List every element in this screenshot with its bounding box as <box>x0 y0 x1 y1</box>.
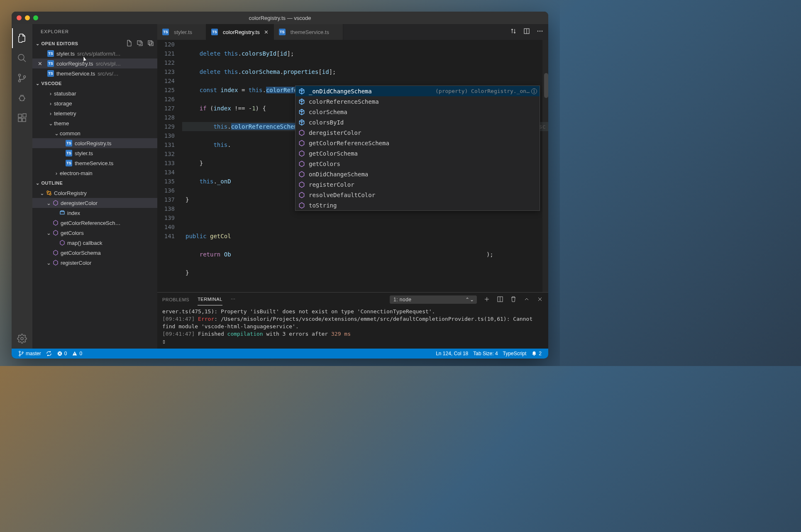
outline-title: OUTLINE <box>42 181 63 185</box>
terminal-selector[interactable]: 1: node ⌃⌄ <box>390 295 477 304</box>
traffic-lights <box>17 15 38 20</box>
method-icon <box>52 249 59 256</box>
close-tab-icon[interactable]: ✕ <box>264 29 269 35</box>
more-actions-icon[interactable] <box>537 28 543 36</box>
typescript-icon: TS <box>47 50 54 57</box>
outline-item[interactable]: ⌄ColorRegistry <box>32 188 157 198</box>
open-editor-item[interactable]: ✕TScolorRegistry.tssrc/vs/pl… <box>32 59 157 68</box>
panel-tabs: PROBLEMS TERMINAL ⋯ 1: node ⌃⌄ <box>157 293 548 306</box>
status-notifications[interactable]: 2 <box>529 351 544 356</box>
prop-icon <box>298 98 305 105</box>
outline-item[interactable]: ⌄deregisterColor <box>32 198 157 208</box>
workspace-header[interactable]: ⌄ VSCODE <box>32 78 157 88</box>
kill-terminal-icon[interactable] <box>510 296 517 303</box>
suggest-item[interactable]: colorsById <box>295 117 540 127</box>
open-editors-header[interactable]: ⌄ OPEN EDITORS <box>32 39 157 49</box>
suggest-item[interactable]: _onDidChangeSchema(property) ColorRegist… <box>295 86 540 96</box>
bottom-panel: PROBLEMS TERMINAL ⋯ 1: node ⌃⌄ <box>157 292 548 349</box>
method-icon <box>298 171 305 178</box>
suggest-widget[interactable]: _onDidChangeSchema(property) ColorRegist… <box>295 85 540 211</box>
outline-item[interactable]: index <box>32 208 157 218</box>
suggest-item[interactable]: toString <box>295 200 540 210</box>
svg-point-2 <box>19 80 21 82</box>
status-tab-size[interactable]: Tab Size: 4 <box>471 351 500 356</box>
save-all-icon[interactable] <box>137 40 143 47</box>
suggest-item[interactable]: getColorSchema <box>295 148 540 159</box>
tab-problems[interactable]: PROBLEMS <box>162 294 189 305</box>
outline-item[interactable]: ⌄registerColor <box>32 258 157 268</box>
new-file-icon[interactable] <box>126 40 132 47</box>
suggest-item[interactable]: resolveDefaultColor <box>295 190 540 200</box>
maximize-window-button[interactable] <box>33 15 38 20</box>
explorer-icon[interactable] <box>12 28 32 48</box>
suggest-item[interactable]: onDidChangeSchema <box>295 169 540 179</box>
method-icon <box>298 150 305 157</box>
compare-changes-icon[interactable] <box>510 28 517 36</box>
tree-folder[interactable]: ›statusbar <box>32 88 157 98</box>
maximize-panel-icon[interactable] <box>523 296 530 303</box>
suggest-item[interactable]: colorReferenceSchema <box>295 96 540 107</box>
split-editor-icon[interactable] <box>523 28 530 36</box>
editor-body[interactable]: 120 121 122 123 124 125 126 127 128 129 … <box>157 40 548 292</box>
split-terminal-icon[interactable] <box>497 296 503 303</box>
svg-point-21 <box>19 351 20 352</box>
svg-point-17 <box>537 31 539 32</box>
sidebar-title: EXPLORER <box>32 24 157 39</box>
var-icon <box>59 210 66 216</box>
suggest-item[interactable]: registerColor <box>295 179 540 190</box>
source-control-icon[interactable] <box>12 68 32 88</box>
status-language[interactable]: TypeScript <box>501 351 529 356</box>
tree-file[interactable]: TSstyler.ts <box>32 148 157 158</box>
close-window-button[interactable] <box>17 15 22 20</box>
code-content[interactable]: delete this.colorsById[id]; delete this.… <box>182 40 548 292</box>
close-icon[interactable]: ✕ <box>32 61 47 67</box>
method-icon <box>52 220 59 226</box>
minimize-window-button[interactable] <box>25 15 30 20</box>
tree-file[interactable]: TScolorRegistry.ts <box>32 138 157 148</box>
typescript-icon: TS <box>211 29 218 35</box>
debug-icon[interactable] <box>12 88 32 108</box>
suggest-item[interactable]: deregisterColor <box>295 127 540 138</box>
search-icon[interactable] <box>12 48 32 68</box>
outline-item[interactable]: map() callback <box>32 238 157 248</box>
tree-file[interactable]: TSthemeService.ts <box>32 158 157 168</box>
editor-tab[interactable]: TScolorRegistry.ts✕ <box>206 24 274 40</box>
status-cursor-position[interactable]: Ln 124, Col 18 <box>433 351 471 356</box>
suggest-item[interactable]: colorSchema <box>295 107 540 117</box>
status-sync[interactable] <box>44 351 54 356</box>
info-icon[interactable]: i <box>531 88 537 94</box>
svg-point-23 <box>22 352 23 353</box>
method-icon <box>52 200 59 206</box>
status-warnings[interactable]: 0 <box>69 351 85 356</box>
tree-folder[interactable]: ›electron-main <box>32 168 157 178</box>
outline-item[interactable]: getColorSchema <box>32 248 157 258</box>
extensions-icon[interactable] <box>12 108 32 128</box>
tree-folder[interactable]: ›storage <box>32 98 157 108</box>
svg-rect-8 <box>23 114 26 117</box>
panel-more-icon[interactable]: ⋯ <box>231 297 236 302</box>
editor-tab[interactable]: TSstyler.ts✕ <box>157 24 206 40</box>
tree-folder[interactable]: ⌄theme <box>32 118 157 128</box>
open-editor-item[interactable]: ✕TSthemeService.tssrc/vs/… <box>32 68 157 78</box>
titlebar[interactable]: colorRegistry.ts — vscode <box>12 12 548 24</box>
open-editor-item[interactable]: ✕TSstyler.tssrc/vs/platform/t… <box>32 49 157 59</box>
close-panel-icon[interactable] <box>537 296 543 303</box>
settings-gear-icon[interactable] <box>12 329 32 349</box>
new-terminal-icon[interactable] <box>484 296 490 303</box>
outline-item[interactable]: ⌄getColors <box>32 228 157 238</box>
tree-folder[interactable]: ›telemetry <box>32 108 157 118</box>
typescript-icon: TS <box>66 160 72 166</box>
scrollbar[interactable] <box>542 40 548 292</box>
tree-folder[interactable]: ⌄common <box>32 128 157 138</box>
editor-tab[interactable]: TSthemeService.ts✕ <box>274 24 343 40</box>
svg-point-0 <box>18 54 24 60</box>
suggest-item[interactable]: getColorReferenceSchema <box>295 138 540 148</box>
status-errors[interactable]: 0 <box>54 351 70 356</box>
outline-header[interactable]: ⌄ OUTLINE <box>32 178 157 188</box>
tab-terminal[interactable]: TERMINAL <box>198 293 222 305</box>
status-branch[interactable]: master <box>16 351 44 356</box>
suggest-item[interactable]: getColors <box>295 159 540 169</box>
outline-item[interactable]: getColorReferenceSch… <box>32 218 157 228</box>
terminal-output[interactable]: erver.ts(475,15): Property 'isBuilt' doe… <box>157 306 548 349</box>
collapse-all-icon[interactable] <box>147 40 154 47</box>
